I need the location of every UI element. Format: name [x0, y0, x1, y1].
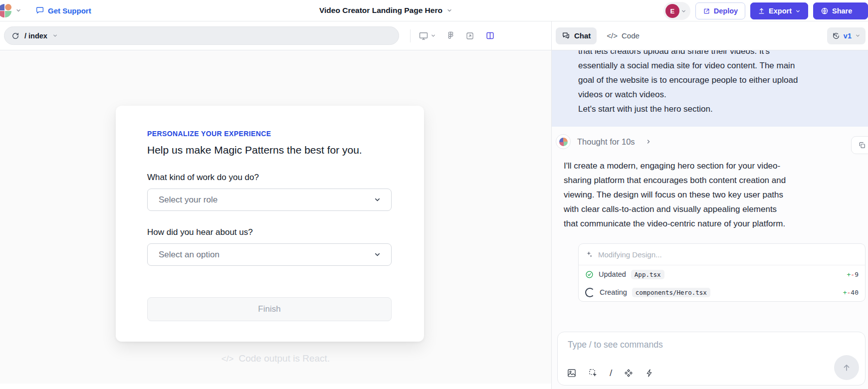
chevron-down-icon [52, 33, 58, 38]
deploy-button[interactable]: Deploy [695, 2, 745, 19]
user-message-line: that lets creators upload and share thei… [578, 50, 853, 58]
toolbar-right: Chat </> Code v1 [551, 21, 868, 50]
tab-code[interactable]: </> Code [601, 27, 646, 44]
deploy-label: Deploy [714, 7, 738, 15]
chat-input[interactable] [567, 339, 825, 351]
tab-chat[interactable]: Chat [556, 27, 597, 44]
role-select[interactable]: Select your role [147, 189, 392, 211]
chevron-down-icon [15, 7, 21, 13]
hear-about-question-label: How did you hear about us? [147, 227, 392, 237]
workspace-menu[interactable] [0, 4, 21, 17]
task-status-row: Modifying Design... [579, 244, 865, 265]
toolbar-left: / index [0, 21, 551, 50]
diff-stats: +-9 [847, 271, 859, 278]
chat-composer: / [557, 332, 866, 386]
route-bar[interactable]: / index [4, 26, 399, 45]
modal-eyebrow: PERSONALIZE YOUR EXPERIENCE [147, 130, 392, 138]
assistant-message-line: with clear calls-to-action and visually … [564, 202, 861, 216]
task-action: Updated [599, 270, 626, 278]
sparkle-icon [585, 250, 593, 258]
chevron-down-icon [681, 8, 686, 14]
code-output-label: Code output is React. [238, 353, 330, 364]
spinner-icon [585, 288, 595, 297]
task-row[interactable]: Creating components/Hero.tsx +-40 [579, 283, 865, 301]
role-select-value: Select your role [159, 195, 217, 205]
preview-panel: PERSONALIZE YOUR EXPERIENCE Help us make… [0, 50, 551, 389]
code-icon: </> [221, 354, 234, 364]
device-preview-button[interactable] [419, 31, 436, 41]
magic-patterns-logo-icon [559, 138, 568, 146]
main-content: PERSONALIZE YOUR EXPERIENCE Help us make… [0, 50, 868, 389]
image-attach-icon[interactable] [567, 368, 577, 378]
get-support-label: Get Support [48, 6, 91, 15]
export-label: Export [769, 7, 792, 15]
refresh-icon[interactable] [11, 32, 19, 40]
user-message-line: goal of the website is to encourage peop… [578, 73, 853, 87]
modal-heading: Help us make Magic Patterns the best for… [147, 144, 392, 156]
chevron-down-icon [374, 196, 381, 203]
code-output-note: </>Code output is React. [0, 353, 551, 364]
code-icon: </> [607, 31, 618, 40]
app-header: Get Support Video Creator Landing Page H… [0, 0, 868, 21]
assistant-message: I'll create a modern, engaging hero sect… [564, 159, 861, 231]
globe-icon [821, 7, 829, 15]
account-menu[interactable]: E [663, 2, 690, 20]
file-chip: components/Hero.tsx [632, 288, 710, 297]
export-button[interactable]: Export [750, 2, 808, 19]
slash-command-icon[interactable]: / [610, 368, 612, 379]
diff-stats: +-40 [843, 289, 859, 296]
open-in-new-tab-icon[interactable] [465, 31, 474, 40]
task-row[interactable]: Updated App.tsx +-9 [579, 265, 865, 283]
lightning-icon[interactable] [645, 368, 654, 378]
share-button[interactable]: Share [813, 2, 868, 19]
chevron-down-icon [374, 251, 381, 258]
chat-bubble-icon [35, 6, 44, 15]
chat-panel: that lets creators upload and share thei… [551, 50, 868, 389]
figma-icon[interactable] [447, 31, 454, 40]
task-status-label: Modifying Design... [598, 250, 662, 259]
copy-icon [858, 141, 866, 149]
share-label: Share [832, 7, 852, 15]
chevron-down-icon [446, 7, 452, 13]
hear-about-select[interactable]: Select an option [147, 243, 392, 266]
project-title-menu[interactable]: Video Creator Landing Page Hero [319, 0, 452, 21]
upload-icon [758, 7, 765, 15]
task-action: Creating [600, 288, 627, 296]
chevron-down-icon [855, 33, 861, 38]
preview-toolbar: / index [0, 21, 868, 50]
version-label: v1 [844, 32, 852, 40]
thought-toggle[interactable]: Thought for 10s [556, 134, 868, 149]
assistant-message-line: sharing platform that encourages both co… [564, 173, 861, 188]
assistant-message-line: that communicate the video-centric natur… [564, 216, 861, 231]
chat-tab-label: Chat [574, 31, 591, 40]
split-view-icon[interactable] [485, 31, 495, 40]
avatar: E [665, 4, 679, 18]
work-question-label: What kind of work do you do? [147, 173, 392, 183]
arrow-up-icon [842, 363, 852, 373]
check-circle-icon [585, 270, 594, 279]
user-message-line: videos or watch videos. [578, 87, 853, 102]
app-root: Get Support Video Creator Landing Page H… [0, 0, 868, 389]
preview-bottom-strip [0, 384, 551, 389]
finish-button[interactable]: Finish [147, 297, 392, 321]
chevron-down-icon [795, 8, 801, 14]
assistant-message-line: I'll create a modern, engaging hero sect… [564, 159, 861, 173]
user-message-line: Let's start with just the hero section. [578, 102, 853, 116]
hear-about-select-value: Select an option [159, 250, 219, 260]
chat-bubbles-icon [562, 31, 570, 40]
copy-message-button[interactable] [851, 136, 868, 154]
page-title: Video Creator Landing Page Hero [319, 6, 442, 15]
user-message-bubble: that lets creators upload and share thei… [552, 50, 868, 127]
send-button[interactable] [834, 355, 859, 380]
header-actions: E Deploy Export [663, 2, 868, 20]
divider [410, 29, 411, 42]
thought-label: Thought for 10s [577, 137, 635, 147]
assistant-message-line: viewing. The design will focus on these … [564, 188, 861, 202]
get-support-link[interactable]: Get Support [35, 6, 91, 15]
assistant-avatar [556, 134, 571, 149]
magic-patterns-logo-icon [0, 4, 11, 17]
components-icon[interactable] [624, 368, 634, 378]
version-history-menu[interactable]: v1 [827, 27, 866, 44]
select-element-icon[interactable] [588, 368, 598, 378]
preview-controls [419, 31, 495, 41]
